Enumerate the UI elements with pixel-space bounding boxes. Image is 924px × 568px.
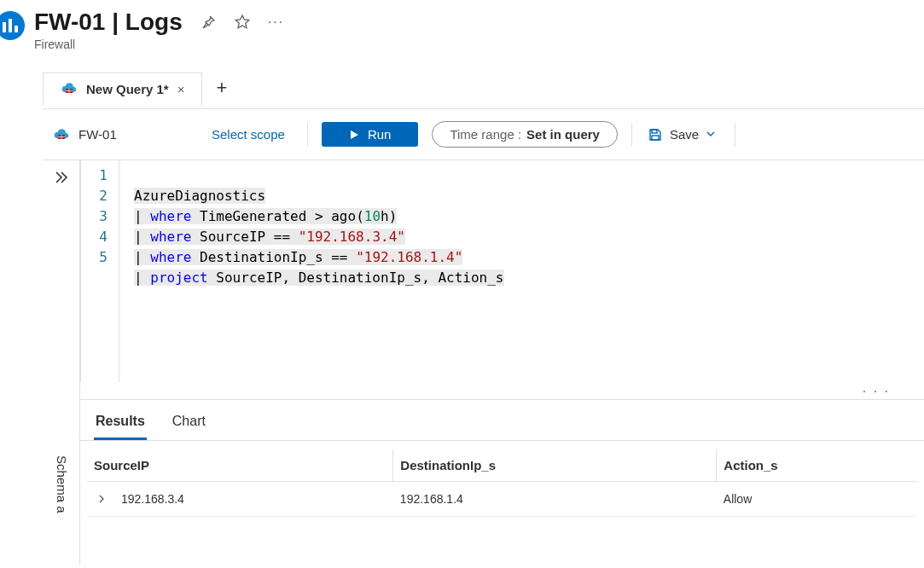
results-panel: Results Chart SourceIP DestinationIp_s A… <box>80 399 924 517</box>
query-editor[interactable]: 1 2 3 4 5 AzureDiagnostics | where TimeG… <box>80 160 924 382</box>
run-button-label: Run <box>368 127 392 142</box>
line-number-gutter: 1 2 3 4 5 <box>81 160 120 382</box>
query-tab[interactable]: New Query 1* × <box>43 72 202 107</box>
cell-value: 192.168.3.4 <box>121 492 184 506</box>
svg-rect-10 <box>652 130 657 133</box>
page-title: FW-01 | Logs <box>34 9 183 36</box>
cell-value: Allow <box>717 482 917 517</box>
svg-rect-2 <box>9 19 12 32</box>
firewall-cloud-icon <box>61 82 78 96</box>
query-tab-label: New Query 1* <box>86 82 169 96</box>
time-range-label: Time range : <box>450 127 521 142</box>
column-header[interactable]: SourceIP <box>87 449 393 482</box>
svg-rect-1 <box>3 22 6 32</box>
select-scope-link[interactable]: Select scope <box>212 127 285 142</box>
chevron-down-icon <box>706 127 716 142</box>
pin-icon[interactable] <box>200 14 217 31</box>
tab-results[interactable]: Results <box>94 409 147 440</box>
schema-rail[interactable]: Schema a <box>43 450 80 565</box>
results-tabs: Results Chart <box>80 400 924 441</box>
save-button-label: Save <box>670 127 699 142</box>
resource-header-icon <box>0 9 27 43</box>
page-header: FW-01 | Logs ··· Firewall <box>0 0 924 51</box>
expand-row-icon[interactable] <box>94 492 118 506</box>
svg-rect-3 <box>15 26 18 32</box>
tab-chart[interactable]: Chart <box>171 409 207 440</box>
resource-picker[interactable]: FW-01 <box>53 127 198 142</box>
table-header-row: SourceIP DestinationIp_s Action_s <box>87 449 917 482</box>
resource-type-label: Firewall <box>34 38 284 51</box>
toolbar-divider <box>631 123 632 147</box>
save-button[interactable]: Save <box>646 122 718 148</box>
more-icon[interactable]: ··· <box>268 14 284 30</box>
code-area[interactable]: AzureDiagnostics | where TimeGenerated >… <box>120 160 504 382</box>
svg-rect-11 <box>652 136 659 140</box>
star-icon[interactable] <box>234 14 251 31</box>
main-area: Schema a 1 2 3 4 5 AzureDiagnostics | wh… <box>43 159 924 565</box>
play-icon <box>349 130 359 140</box>
table-row[interactable]: 192.168.3.4 192.168.1.4 Allow <box>87 482 917 517</box>
toolbar-divider <box>307 123 308 147</box>
query-tabs-row: New Query 1* × + <box>43 68 924 109</box>
toolbar-divider <box>735 123 735 147</box>
add-tab-button[interactable]: + <box>202 68 241 108</box>
close-tab-icon[interactable]: × <box>177 82 185 96</box>
firewall-cloud-icon <box>53 128 70 142</box>
column-header[interactable]: DestinationIp_s <box>393 449 717 482</box>
results-table: SourceIP DestinationIp_s Action_s 192.16… <box>87 449 917 517</box>
results-more-menu[interactable]: · · · <box>80 382 924 399</box>
time-range-button[interactable]: Time range : Set in query <box>432 121 618 148</box>
cell-value: 192.168.1.4 <box>393 482 717 517</box>
column-header[interactable]: Action_s <box>717 449 917 482</box>
resource-name-label: FW-01 <box>78 127 117 142</box>
schema-rail-label: Schema a <box>55 450 69 513</box>
run-button[interactable]: Run <box>322 122 419 147</box>
save-icon <box>648 127 663 142</box>
time-range-value: Set in query <box>526 127 600 142</box>
double-chevron-right-icon <box>53 169 70 186</box>
query-toolbar: FW-01 Select scope Run Time range : Set … <box>43 109 924 159</box>
